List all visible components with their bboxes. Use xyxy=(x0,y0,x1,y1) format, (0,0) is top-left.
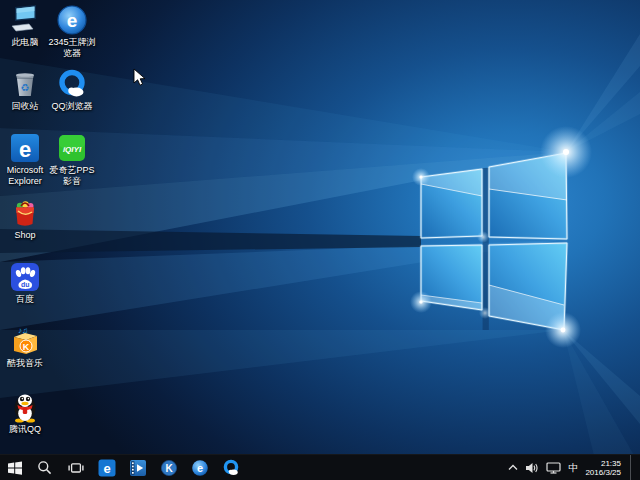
taskbar: e K xyxy=(0,454,640,480)
svg-text:♻: ♻ xyxy=(21,82,30,93)
qq-penguin-icon xyxy=(9,391,41,423)
hidden-icons-chevron-icon[interactable] xyxy=(508,464,518,471)
desktop-icon-label: 爱奇艺PPS 影音 xyxy=(48,165,96,187)
qq-browser-taskbar-icon xyxy=(222,459,240,477)
desktop-icon-label: Shop xyxy=(14,230,35,241)
taskbar-clock[interactable]: 21:35 2016/3/25 xyxy=(585,459,621,477)
video-player-icon xyxy=(129,459,147,477)
shop-icon xyxy=(9,197,41,229)
ime-indicator[interactable]: 中 xyxy=(568,463,578,473)
svg-text:e: e xyxy=(196,462,202,474)
2345-sphere-icon: e xyxy=(191,459,209,477)
qq-browser-icon xyxy=(56,68,88,100)
desktop-icon-label: 百度 xyxy=(16,294,34,305)
windows-desktop: 此电脑 e 2345王牌浏览器 ♻ 回收站 QQ浏览器 xyxy=(0,0,640,480)
desktop-icon-label: 回收站 xyxy=(12,101,39,112)
svg-text:iQIYI: iQIYI xyxy=(63,145,82,154)
start-button[interactable] xyxy=(0,455,29,480)
edge-tile-icon: e xyxy=(98,459,116,477)
task-view-button[interactable] xyxy=(60,455,91,480)
taskbar-qq-browser-button[interactable] xyxy=(215,455,246,480)
search-button[interactable] xyxy=(29,455,60,480)
desktop-icon-microsoft-explorer[interactable]: e Microsoft Explorer xyxy=(1,132,49,187)
system-tray: 中 21:35 2016/3/25 xyxy=(508,455,640,480)
desktop-icon-label: 腾讯QQ xyxy=(9,424,41,435)
2345-browser-icon: e xyxy=(56,4,88,36)
taskbar-video-player-button[interactable] xyxy=(122,455,153,480)
baidu-icon: du xyxy=(9,261,41,293)
search-icon xyxy=(37,460,52,475)
desktop-icon-iqiyi-pps[interactable]: iQIYI 爱奇艺PPS 影音 xyxy=(48,132,96,187)
network-icon[interactable] xyxy=(546,462,561,474)
desktop-icon-label: QQ浏览器 xyxy=(51,101,92,112)
this-pc-icon xyxy=(9,4,41,36)
desktop-icon-label: Microsoft Explorer xyxy=(1,165,49,187)
desktop-icon-label: 2345王牌浏览器 xyxy=(48,37,96,59)
volume-icon[interactable] xyxy=(525,462,539,474)
svg-text:e: e xyxy=(67,10,78,31)
desktop-icon-label: 酷我音乐 xyxy=(7,358,43,369)
svg-text:K: K xyxy=(23,342,30,352)
taskbar-edge-button[interactable]: e xyxy=(91,455,122,480)
desktop-icon-recycle-bin[interactable]: ♻ 回收站 xyxy=(1,68,49,112)
svg-text:e: e xyxy=(19,137,31,162)
desktop-icon-shop[interactable]: Shop xyxy=(1,197,49,241)
clock-date: 2016/3/25 xyxy=(585,468,621,477)
desktop-icon-label: 此电脑 xyxy=(12,37,39,48)
svg-text:K: K xyxy=(165,462,173,473)
desktop-icon-tencent-qq[interactable]: 腾讯QQ xyxy=(1,391,49,435)
desktop-icon-baidu[interactable]: du 百度 xyxy=(1,261,49,305)
clock-time: 21:35 xyxy=(585,459,621,468)
svg-text:du: du xyxy=(21,281,30,288)
desktop-icon-2345-browser[interactable]: e 2345王牌浏览器 xyxy=(48,4,96,59)
windows-logo-icon xyxy=(7,460,23,476)
wallpaper xyxy=(0,0,640,480)
show-desktop-button[interactable] xyxy=(630,455,635,480)
k-player-icon: K xyxy=(160,459,178,477)
iqiyi-icon: iQIYI xyxy=(56,132,88,164)
recycle-bin-icon: ♻ xyxy=(9,68,41,100)
taskbar-k-player-button[interactable]: K xyxy=(153,455,184,480)
desktop-icon-kuwo-music[interactable]: ♪♫ K 酷我音乐 xyxy=(1,325,49,369)
desktop-icon-qq-browser[interactable]: QQ浏览器 xyxy=(48,68,96,112)
kuwo-music-icon: ♪♫ K xyxy=(9,325,41,357)
task-view-icon xyxy=(68,461,84,475)
edge-icon: e xyxy=(9,132,41,164)
svg-text:e: e xyxy=(103,461,110,476)
desktop-icon-this-pc[interactable]: 此电脑 xyxy=(1,4,49,48)
taskbar-2345-browser-button[interactable]: e xyxy=(184,455,215,480)
